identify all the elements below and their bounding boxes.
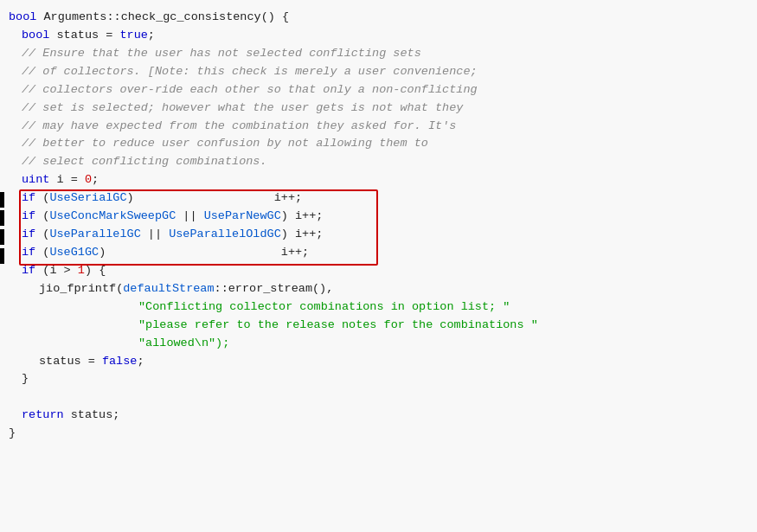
code-line-uint: uint i = 0; bbox=[0, 171, 757, 189]
highlighted-if-block: if (UseSerialGC) i++; if (UseConcMarkSwe… bbox=[0, 189, 757, 262]
code-line-conc-mark-sweep: if (UseConcMarkSweepGC || UseParNewGC) i… bbox=[0, 208, 757, 226]
code-line-str2: "please refer to the release notes for t… bbox=[0, 317, 757, 335]
code-line-g1gc: if (UseG1GC) i++; bbox=[0, 244, 757, 262]
code-line-final-brace: } bbox=[0, 425, 757, 443]
code-line-close-brace: } bbox=[0, 370, 757, 388]
code-line-i-gt-1: if (i > 1) { bbox=[0, 262, 757, 280]
code-line-parallel-gc: if (UseParallelGC || UseParallelOldGC) i… bbox=[0, 226, 757, 244]
comment-line-7: // may have expected from the combinatio… bbox=[0, 118, 757, 136]
code-container: bool Arguments::check_gc_consistency() {… bbox=[0, 0, 757, 532]
comment-line-5: // collectors over-ride each other so th… bbox=[0, 81, 757, 99]
code-line-fprintf: jio_fprintf(defaultStream::error_stream(… bbox=[0, 280, 757, 298]
keyword-uint: uint bbox=[22, 171, 57, 189]
comment-line-3: // Ensure that the user has not selected… bbox=[0, 45, 757, 63]
code-line-str1: "Conflicting collector combinations in o… bbox=[0, 298, 757, 317]
code-line-serial-gc: if (UseSerialGC) i++; bbox=[0, 189, 757, 208]
true-keyword: true bbox=[119, 27, 147, 45]
status-decl: status bbox=[57, 27, 106, 45]
comment-line-6: // set is selected; however what the use… bbox=[0, 99, 757, 118]
paren-open: () { bbox=[261, 9, 289, 27]
keyword-bool: bool bbox=[9, 9, 44, 27]
code-line-status-false: status = false; bbox=[0, 353, 757, 371]
code-line-return: return status; bbox=[0, 407, 757, 425]
keyword-bool-2: bool bbox=[22, 27, 57, 45]
comment-line-4: // of collectors. [Note: this check is m… bbox=[0, 63, 757, 81]
code-line-str3: "allowed\n"); bbox=[0, 335, 757, 353]
code-line-blank bbox=[0, 388, 757, 407]
function-name: Arguments::check_gc_consistency bbox=[44, 9, 261, 27]
code-line-2: bool status = true; bbox=[0, 27, 757, 45]
comment-line-9: // select conflicting combinations. bbox=[0, 153, 757, 171]
code-line-1: bool Arguments::check_gc_consistency() { bbox=[0, 9, 757, 27]
comment-line-8: // better to reduce user confusion by no… bbox=[0, 135, 757, 153]
